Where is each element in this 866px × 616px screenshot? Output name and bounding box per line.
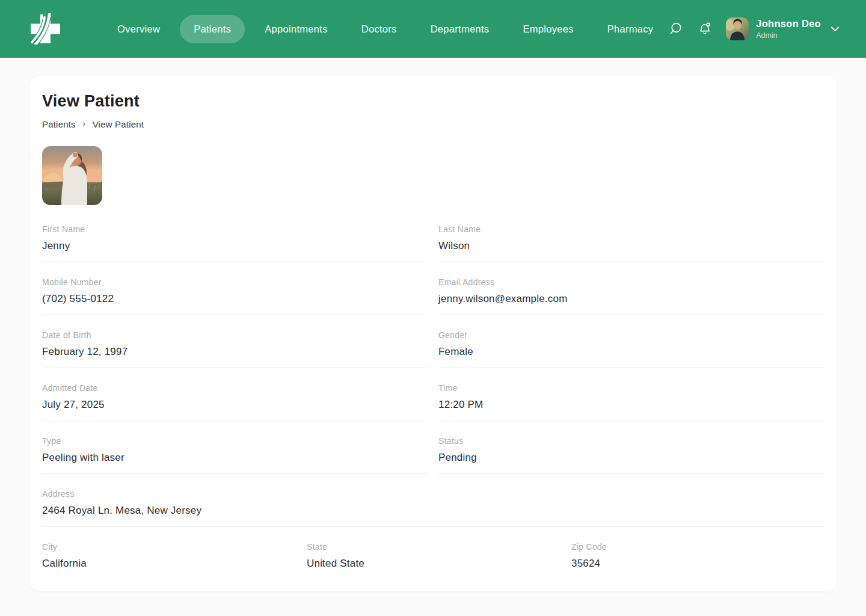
field-value: February 12, 1997 <box>42 346 428 358</box>
field-mobile-number: Mobile Number (702) 555-0122 <box>42 277 428 315</box>
field-value: (702) 555-0122 <box>42 293 428 305</box>
field-email-address: Email Address jenny.wilson@example.com <box>438 277 824 315</box>
top-navbar: Overview Patients Appointments Doctors D… <box>0 0 866 58</box>
breadcrumb-patients[interactable]: Patients <box>42 119 76 129</box>
field-zip-code: Zip Code 35624 <box>571 542 824 571</box>
field-city: City California <box>42 542 295 571</box>
field-label: Status <box>438 436 824 446</box>
view-patient-card: View Patient Patients › View Patient <box>30 76 836 591</box>
page-title: View Patient <box>42 92 824 111</box>
nav-item-doctors[interactable]: Doctors <box>348 15 411 43</box>
avatar <box>726 17 749 40</box>
search-icon[interactable] <box>668 21 684 37</box>
notification-bell-icon[interactable] <box>697 21 713 37</box>
field-state: State United State <box>307 542 559 571</box>
field-label: First Name <box>42 224 428 234</box>
field-label: Date of Birth <box>42 330 428 340</box>
field-address: Address 2464 Royal Ln. Mesa, New Jersey <box>42 489 824 527</box>
main-nav: Overview Patients Appointments Doctors D… <box>103 15 667 43</box>
nav-item-employees[interactable]: Employees <box>509 15 587 43</box>
field-value: Wilson <box>438 240 824 252</box>
field-value: jenny.wilson@example.com <box>438 293 824 305</box>
field-first-name: First Name Jenny <box>42 224 428 262</box>
field-time: Time 12:20 PM <box>438 383 824 421</box>
field-label: Mobile Number <box>42 277 428 287</box>
medical-cross-icon <box>30 13 61 45</box>
user-menu[interactable]: Johnson Deo Admin <box>726 17 840 40</box>
field-label: Time <box>438 383 824 393</box>
field-status: Status Pending <box>438 436 824 474</box>
breadcrumb-current: View Patient <box>93 119 144 129</box>
user-role: Admin <box>756 31 821 40</box>
field-label: Zip Code <box>571 542 824 552</box>
field-gender: Gender Female <box>438 330 824 368</box>
field-value: 2464 Royal Ln. Mesa, New Jersey <box>42 505 824 517</box>
field-type: Type Peeling with laser <box>42 436 428 474</box>
fields-grid: First Name Jenny Last Name Wilson Mobile… <box>42 224 824 474</box>
user-name: Johnson Deo <box>756 18 821 29</box>
field-value: 35624 <box>571 558 824 570</box>
field-label: Admitted Date <box>42 383 428 393</box>
field-value: Female <box>438 346 824 358</box>
field-label: City <box>42 542 295 552</box>
field-label: Type <box>42 436 428 446</box>
field-value: Peeling with laser <box>42 452 428 464</box>
field-label: Email Address <box>438 277 824 287</box>
breadcrumb: Patients › View Patient <box>42 119 824 130</box>
field-value: United State <box>307 558 559 570</box>
field-value: Pending <box>438 452 824 464</box>
field-value: California <box>42 558 295 570</box>
field-label: Gender <box>438 330 824 340</box>
patient-form: First Name Jenny Last Name Wilson Mobile… <box>42 224 824 571</box>
location-grid: City California State United State Zip C… <box>42 542 824 571</box>
field-last-name: Last Name Wilson <box>438 224 824 262</box>
field-value: Jenny <box>42 240 428 252</box>
nav-item-pharmacy[interactable]: Pharmacy <box>594 15 668 43</box>
nav-item-appointments[interactable]: Appointments <box>251 15 342 43</box>
brand-logo[interactable] <box>30 13 61 45</box>
chevron-down-icon[interactable] <box>831 26 840 32</box>
field-label: State <box>307 542 559 552</box>
nav-item-departments[interactable]: Departments <box>417 15 503 43</box>
nav-item-overview[interactable]: Overview <box>103 15 174 43</box>
user-text: Johnson Deo Admin <box>756 18 821 40</box>
topbar-actions: Johnson Deo Admin <box>668 17 840 40</box>
nav-item-patients[interactable]: Patients <box>180 15 245 43</box>
field-value: 12:20 PM <box>438 399 824 411</box>
field-admitted-date: Admitted Date July 27, 2025 <box>42 383 428 421</box>
field-label: Address <box>42 489 824 499</box>
breadcrumb-chevron-icon: › <box>82 119 86 130</box>
field-label: Last Name <box>438 224 824 234</box>
field-date-of-birth: Date of Birth February 12, 1997 <box>42 330 428 368</box>
patient-photo <box>42 146 102 205</box>
field-value: July 27, 2025 <box>42 399 428 411</box>
